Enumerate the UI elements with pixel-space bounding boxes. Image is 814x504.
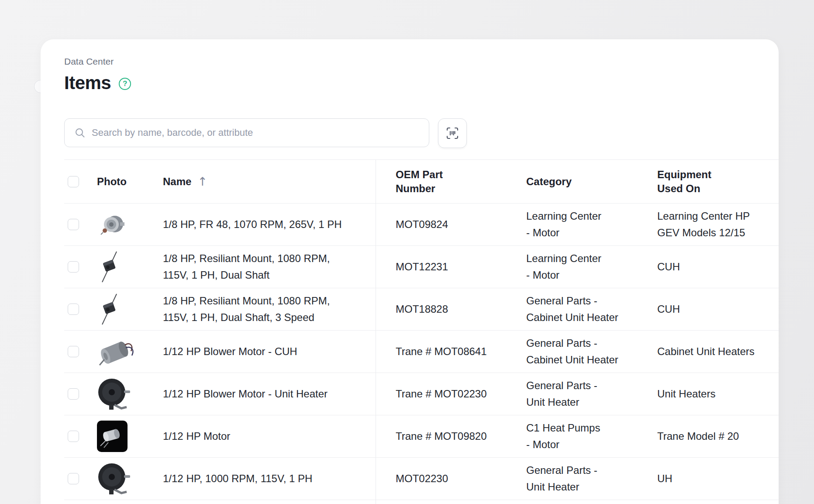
item-oem-part-number: Trane # MOT02230	[376, 373, 526, 415]
item-name: 1/8 HP, Resiliant Mount, 1080 RPM, 115V,…	[163, 293, 355, 326]
item-name: 1/12 HP, 1000 RPM, 115V, 1 PH	[163, 470, 355, 487]
item-equipment-used-on: CUH	[657, 246, 779, 288]
item-oem-part-number: MOT02230	[376, 458, 526, 500]
search-input[interactable]	[92, 127, 415, 138]
items-table: Photo Name ↑ OEM Part Number Category Eq…	[64, 159, 779, 504]
item-photo	[97, 335, 138, 369]
sort-ascending-arrow-icon: ↑	[197, 175, 207, 188]
item-category: General Parts -Cabinet Unit Heater	[526, 331, 657, 373]
item-photo	[97, 421, 128, 452]
item-photo	[97, 460, 131, 497]
page-title-row: Items ?	[64, 72, 755, 93]
item-photo	[97, 292, 122, 326]
table-row[interactable]: 1/12 HP, 1000 RPM, 115V, 1 PH MOT02230 G…	[64, 458, 779, 500]
item-category: General Parts -Cabinet Unit Heater	[526, 288, 657, 330]
table-row[interactable]: 1/12 HP Blower Motor - CUH Trane # MOT08…	[64, 331, 779, 373]
select-all-checkbox[interactable]	[68, 176, 79, 187]
item-category: General Parts -Unit Heater	[526, 373, 657, 415]
item-category: Learning Center- Motor	[526, 246, 657, 288]
item-name: 1/12 HP Blower Motor - Unit Heater	[163, 386, 355, 402]
search-input-wrapper	[64, 118, 429, 147]
table-row[interactable]: 1/12 HP Blower Motor - Unit Heater Trane…	[64, 373, 779, 415]
row-checkbox[interactable]	[68, 346, 79, 357]
item-name: 1/12 HP Blower Motor - CUH	[163, 343, 355, 360]
help-icon[interactable]: ?	[119, 78, 131, 90]
item-category: General Parts -Unit Heater	[526, 458, 657, 500]
column-header-name[interactable]: Name ↑	[154, 160, 376, 203]
item-equipment-used-on: Learning Center HPGEV Models 12/15	[657, 204, 779, 245]
column-header-oem-part-number: OEM Part Number	[376, 160, 526, 203]
item-equipment-used-on: Cabinet Unit Heaters	[657, 331, 779, 373]
row-checkbox[interactable]	[68, 388, 79, 400]
item-oem-part-number: Trane # MOT09820	[376, 415, 526, 457]
breadcrumb[interactable]: Data Center	[64, 56, 755, 67]
search-row	[64, 118, 755, 148]
table-partial-row	[64, 500, 779, 504]
item-oem-part-number: MOT09824	[376, 204, 526, 245]
column-header-equipment-used-on: Equipment Used On	[657, 160, 779, 203]
item-equipment-used-on: Unit Heaters	[657, 373, 779, 415]
column-header-photo: Photo	[88, 160, 154, 203]
page-title: Items	[64, 72, 111, 93]
row-checkbox[interactable]	[68, 219, 79, 230]
item-name: 1/8 HP, Resiliant Mount, 1080 RPM, 115V,…	[163, 250, 355, 283]
table-row[interactable]: 1/8 HP, Resiliant Mount, 1080 RPM, 115V,…	[64, 246, 779, 288]
item-equipment-used-on: CUH	[657, 288, 779, 330]
item-category: C1 Heat Pumps- Motor	[526, 415, 657, 457]
row-checkbox[interactable]	[68, 261, 79, 273]
search-icon	[74, 127, 86, 138]
barcode-scan-icon	[445, 126, 459, 140]
item-name: 1/8 HP, FR 48, 1070 RPM, 265V, 1 PH	[163, 216, 355, 233]
row-checkbox[interactable]	[68, 431, 79, 442]
table-row[interactable]: 1/12 HP Motor Trane # MOT09820 C1 Heat P…	[64, 415, 779, 458]
item-photo	[97, 250, 122, 284]
table-header-row: Photo Name ↑ OEM Part Number Category Eq…	[64, 160, 779, 204]
item-category: Learning Center- Motor	[526, 204, 657, 245]
row-checkbox[interactable]	[68, 304, 79, 315]
item-equipment-used-on: UH	[657, 458, 779, 500]
table-row[interactable]: 1/8 HP, Resiliant Mount, 1080 RPM, 115V,…	[64, 288, 779, 331]
item-photo	[97, 213, 129, 236]
item-oem-part-number: MOT12231	[376, 246, 526, 288]
item-equipment-used-on: Trane Model # 20	[657, 415, 779, 457]
column-header-category: Category	[526, 160, 657, 203]
row-checkbox[interactable]	[68, 473, 79, 484]
item-oem-part-number: Trane # MOT08641	[376, 331, 526, 373]
barcode-scan-button[interactable]	[438, 118, 467, 148]
item-photo	[97, 376, 131, 412]
items-page-card: Data Center Items ?	[41, 39, 779, 504]
item-name: 1/12 HP Motor	[163, 428, 355, 445]
table-row[interactable]: 1/8 HP, FR 48, 1070 RPM, 265V, 1 PH MOT0…	[64, 204, 779, 246]
table-body: 1/8 HP, FR 48, 1070 RPM, 265V, 1 PH MOT0…	[64, 204, 779, 500]
item-oem-part-number: MOT18828	[376, 288, 526, 330]
